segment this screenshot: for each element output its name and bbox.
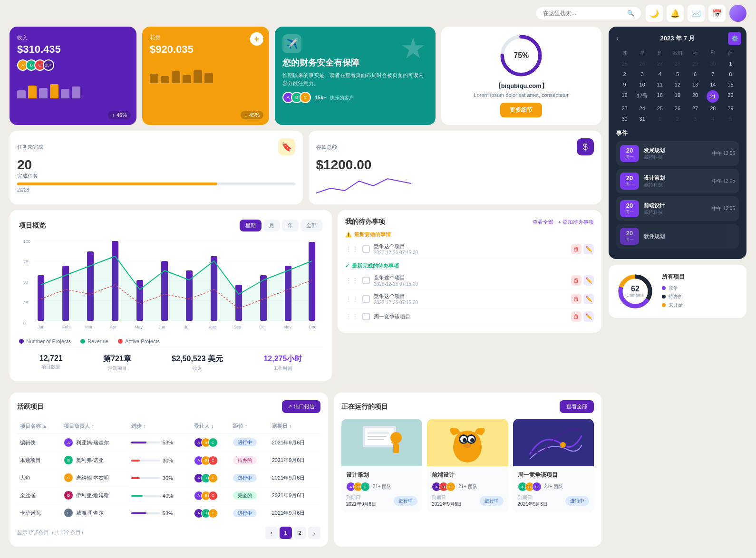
mail-icon[interactable]: ✉️ [688,5,705,22]
cal-day-9[interactable]: 9 [616,80,633,89]
cal-day-16[interactable]: 16 [616,90,633,103]
cal-day-next-4[interactable]: 4 [705,114,721,124]
running-card-2: 前端设计 A B C 21+ 团队 [427,419,508,512]
running-view-all-btn[interactable]: 查看全部 [560,400,594,413]
security-detail-btn[interactable]: 更多细节 [500,103,542,117]
todo-edit-btn-4[interactable]: ✏️ [583,311,594,322]
cal-day-30[interactable]: 30 [616,114,633,124]
cal-header-thu: 我们 [669,48,686,58]
cal-day-19[interactable]: 19 [669,90,686,103]
page-1-btn[interactable]: 1 [280,527,292,539]
cal-day-17[interactable]: 17号 [634,90,650,103]
legend-label-active: Active Projects [125,338,160,344]
export-btn[interactable]: ↗ 出口报告 [282,400,320,413]
cal-day-prev-29[interactable]: 29 [687,59,704,68]
owner-av-4: D [64,491,73,500]
todo-checkbox-4[interactable] [362,313,370,320]
topbar: 🔍 🌙 🔔 ✉️ 📅 [0,0,756,27]
cal-day-10[interactable]: 10 [634,80,650,89]
col-name[interactable]: 项目名称 ▲ [17,419,61,434]
cal-day-27[interactable]: 27 [687,104,704,113]
todo-delete-btn-3[interactable]: 🗑 [571,294,582,304]
cal-day-6[interactable]: 6 [687,69,704,79]
drag-handle-3[interactable]: ⋮⋮ [345,295,359,303]
cal-day-25[interactable]: 25 [651,104,668,113]
todo-text-1: 竞争这个项目 [374,243,567,250]
cal-day-18[interactable]: 18 [651,90,668,103]
cal-day-14[interactable]: 14 [705,80,721,89]
tab-year[interactable]: 年 [282,220,299,231]
bell-icon[interactable]: 🔔 [667,5,684,22]
search-input[interactable] [543,10,623,17]
cal-day-next-2[interactable]: 2 [669,114,686,124]
drag-handle-1[interactable]: ⋮⋮ [345,245,359,253]
cal-day-prev-25[interactable]: 25 [616,59,633,68]
security-card: 75% 【biqubiqu.com】 Lorem ipsum dolor sat… [441,27,602,125]
todo-checkbox-3[interactable] [362,295,370,303]
cal-day-13[interactable]: 13 [687,80,704,89]
cal-day-11[interactable]: 11 [651,80,668,89]
moon-icon[interactable]: 🌙 [646,5,663,22]
todo-header: 我的待办事项 查看全部 + 添加待办事项 [345,218,594,226]
col-assignee[interactable]: 受让人 ↕ [191,419,230,434]
tab-week[interactable]: 星期 [240,220,262,231]
todo-delete-btn-2[interactable]: 🗑 [571,275,582,286]
cal-day-5[interactable]: 5 [669,69,686,79]
cal-day-1[interactable]: 1 [722,59,739,68]
todo-delete-btn-4[interactable]: 🗑 [571,311,582,322]
tab-month[interactable]: 月 [263,220,280,231]
page-2-btn[interactable]: 2 [294,527,306,539]
user-avatar[interactable] [729,5,746,22]
cal-day-31[interactable]: 31 [634,114,650,124]
todo-checkbox-2[interactable] [362,277,370,284]
todo-section: 我的待办事项 查看全部 + 添加待办事项 ⚠️ 最新要做的事情 ⋮ [338,210,601,387]
next-page-btn[interactable]: › [308,527,320,539]
cal-day-next-3[interactable]: 3 [687,114,704,124]
security-sub: Lorem ipsum dolor sat amet, consectetur [474,92,569,98]
cal-day-prev-28[interactable]: 28 [669,59,686,68]
cal-day-15[interactable]: 15 [722,80,739,89]
cal-day-20[interactable]: 20 [687,90,704,103]
cal-day-2[interactable]: 2 [616,69,633,79]
cal-day-3[interactable]: 3 [634,69,650,79]
todo-edit-btn-3[interactable]: ✏️ [583,294,594,304]
todo-edit-btn-2[interactable]: ✏️ [583,275,594,286]
cal-day-12[interactable]: 12 [669,80,686,89]
cal-day-7[interactable]: 7 [705,69,721,79]
todo-delete-btn-1[interactable]: 🗑 [571,244,582,254]
cal-day-24[interactable]: 24 [634,104,650,113]
cal-day-28[interactable]: 28 [705,104,721,113]
todo-edit-btn-1[interactable]: ✏️ [583,244,594,254]
drag-handle-4[interactable]: ⋮⋮ [345,313,359,320]
cal-day-4[interactable]: 4 [651,69,668,79]
cal-day-prev-27[interactable]: 27 [651,59,668,68]
cal-day-prev-26[interactable]: 26 [634,59,650,68]
owner-av-2: B [64,455,73,465]
donut-legend-compete: 竞争 [662,285,739,291]
cal-day-8[interactable]: 8 [722,69,739,79]
todo-view-all[interactable]: 查看全部 [533,219,553,226]
prev-page-btn[interactable]: ‹ [265,527,278,539]
todo-add-link[interactable]: + 添加待办事项 [558,219,594,226]
col-date[interactable]: 到期日 ↕ [269,419,320,434]
cal-day-prev-30[interactable]: 30 [705,59,721,68]
cal-day-29[interactable]: 29 [722,104,739,113]
cal-day-23[interactable]: 23 [616,104,633,113]
drag-handle-2[interactable]: ⋮⋮ [345,277,359,284]
tab-all[interactable]: 全部 [300,220,322,231]
cal-day-next-5[interactable]: 5 [722,114,739,124]
cal-day-22[interactable]: 22 [722,90,739,103]
calendar-icon[interactable]: 📅 [708,5,726,22]
cal-day-21-today[interactable]: 21 [707,90,719,103]
cal-prev-btn[interactable]: ‹ [616,34,619,43]
prog-fill-2 [131,460,140,462]
event-day-num-3: 20 [624,202,635,209]
col-progress[interactable]: 进步 ↕ [128,419,191,434]
col-status[interactable]: 距位 ↕ [230,419,269,434]
cal-day-next-1[interactable]: 1 [651,114,668,124]
col-owner[interactable]: 项目负责人 ↕ [61,419,128,434]
cal-settings-btn[interactable]: ⚙️ [728,32,741,45]
search-box[interactable]: 🔍 [536,7,641,19]
cal-day-26[interactable]: 26 [669,104,686,113]
todo-checkbox-1[interactable] [362,245,370,253]
